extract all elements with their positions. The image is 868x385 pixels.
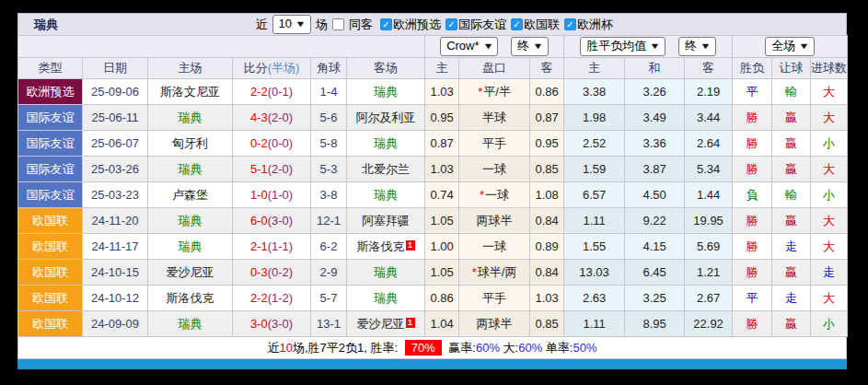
match-type-badge: 欧洲预选 — [18, 79, 83, 105]
home-team-cell: 爱沙尼亚 — [148, 260, 233, 286]
goals-result-text: 小 — [823, 317, 835, 331]
goals-result-text: 大 — [823, 214, 835, 228]
halftime-score: (1-1) — [268, 239, 293, 253]
match-date: 25-09-06 — [83, 79, 148, 105]
avg-value: 1.59 — [583, 162, 606, 176]
halftime-score: (1-0) — [268, 188, 293, 202]
avg-draw-odds: 3.36 — [625, 131, 685, 157]
date-text: 24-11-20 — [91, 214, 138, 228]
away-team-name: 爱沙尼亚 — [357, 317, 405, 331]
bottom-accent-bar — [17, 359, 847, 369]
home-team-name: 斯洛伐克 — [167, 291, 214, 305]
column-header-label: 角球 — [317, 61, 341, 75]
filter-item[interactable]: ✓欧洲杯 — [564, 17, 613, 33]
avg-value: 3.38 — [583, 85, 606, 99]
away-team-cell: 瑞典 — [347, 131, 425, 157]
handicap-final-select[interactable]: 终 ▼ — [511, 37, 549, 55]
chevron-down-icon: ▼ — [650, 41, 661, 52]
bookmaker-select[interactable]: Crow* ▼ — [440, 37, 498, 55]
column-header: 客场 — [347, 58, 425, 79]
avg-final-select[interactable]: 终 ▼ — [678, 37, 716, 55]
avg-odds-select[interactable]: 胜平负均值 ▼ — [580, 37, 665, 55]
match-type-badge: 国际友谊 — [18, 105, 83, 131]
summary-segment: 10 — [279, 341, 292, 355]
away-team-cell: 爱沙尼亚1 — [347, 311, 425, 337]
filter-label: 欧洲预选 — [393, 17, 441, 33]
home-team-cell: 卢森堡 — [148, 182, 233, 208]
away-team-cell: 瑞典 — [347, 182, 425, 208]
table-row: 欧国联24-09-09瑞典3-0(3-0)13-1爱沙尼亚11.04两球半0.8… — [18, 311, 848, 337]
handicap-home-odds: 1.03 — [425, 157, 459, 182]
handicap-result-cell: 贏 — [772, 131, 811, 157]
bookmaker-value: Crow* — [446, 39, 479, 53]
recent-count-select[interactable]: 10 ▼ — [272, 15, 311, 33]
checkbox-icon[interactable]: ✓ — [380, 18, 392, 30]
checkbox-icon[interactable]: ✓ — [564, 18, 576, 30]
handicap-home-odds: 1.05 — [425, 208, 459, 234]
toolbar: 瑞典 近 10 ▼ 场 同客 ✓欧洲预选✓国际友谊✓欧国联✓欧洲杯 — [17, 13, 847, 35]
match-type-badge: 欧国联 — [18, 260, 83, 286]
filter-item[interactable]: ✓国际友谊 — [446, 17, 506, 33]
goals-result-text: 大 — [823, 239, 835, 253]
table-row: 国际友谊25-03-23卢森堡1-0(1-0)3-8瑞典0.74*一球1.086… — [18, 182, 848, 208]
filter-item[interactable]: ✓欧国联 — [511, 17, 560, 33]
odds-value: 0.95 — [535, 136, 558, 150]
result-cell: 勝 — [733, 311, 772, 337]
goals-result-cell: 大 — [811, 157, 848, 182]
corners-cell: 2-9 — [311, 260, 347, 286]
avg-home-odds: 1.11 — [564, 208, 625, 234]
same-away-checkbox[interactable] — [332, 18, 344, 30]
result-cell: 負 — [733, 182, 772, 208]
avg-value: 2.19 — [697, 85, 720, 99]
summary-segment: 60% — [518, 341, 542, 355]
score-cell: 2-2(1-2) — [233, 286, 311, 311]
fulltime-score: 2-2 — [250, 85, 268, 99]
avg-value: 4.50 — [642, 188, 665, 202]
avg-value: 5.34 — [697, 162, 720, 176]
avg-value: 22.92 — [693, 317, 723, 331]
avg-value: 1.55 — [583, 239, 606, 253]
away-sup-badge: 1 — [406, 240, 415, 251]
corners-value: 3-8 — [320, 188, 338, 202]
goals-result-cell: 大 — [811, 208, 848, 234]
handicap-result-cell: 贏 — [772, 105, 811, 131]
match-date: 24-10-12 — [83, 286, 148, 311]
handicap-line-cell: 一球 — [459, 157, 530, 182]
column-header: 日期 — [83, 58, 148, 79]
result-text: 負 — [746, 188, 758, 202]
home-team-cell: 瑞典 — [148, 311, 233, 337]
result-text: 勝 — [746, 317, 758, 331]
avg-draw-odds: 6.45 — [625, 260, 685, 286]
score-cell: 0-2(0-0) — [233, 131, 311, 157]
match-type-label: 欧洲预选 — [27, 85, 75, 99]
filter-label: 欧洲杯 — [577, 17, 613, 33]
corners-value: 12-1 — [317, 214, 341, 228]
handicap-result-cell: 走 — [772, 286, 811, 311]
result-text: 勝 — [746, 136, 758, 150]
handicap-home-odds: 1.04 — [425, 311, 459, 337]
table-body: 欧洲预选25-09-06斯洛文尼亚2-2(0-1)1-4瑞典1.03*平/半0.… — [18, 79, 848, 337]
avg-value: 3.36 — [642, 136, 665, 150]
avg-value: 3.25 — [642, 291, 665, 305]
checkbox-icon[interactable]: ✓ — [511, 18, 523, 30]
date-text: 25-06-07 — [91, 136, 139, 150]
scope-select[interactable]: 全场 ▼ — [765, 37, 815, 55]
scope-selector-cell: 全场 ▼ — [733, 36, 848, 58]
avg-value: 3.49 — [642, 111, 665, 124]
column-header: 主场 — [148, 58, 233, 79]
result-cell: 勝 — [733, 208, 772, 234]
goals-result-cell: 大 — [811, 286, 848, 311]
corners-value: 5-7 — [320, 291, 338, 305]
score-cell: 1-0(1-0) — [233, 182, 311, 208]
handicap-result-text: 贏 — [785, 111, 797, 124]
match-type-label: 国际友谊 — [27, 111, 75, 124]
avg-home-odds: 2.63 — [564, 286, 625, 311]
filter-item[interactable]: ✓欧洲预选 — [380, 17, 441, 33]
checkbox-icon[interactable]: ✓ — [446, 18, 457, 30]
result-cell: 勝 — [733, 260, 772, 286]
avg-home-odds: 1.98 — [564, 105, 625, 131]
avg-draw-odds: 8.95 — [625, 311, 685, 337]
home-team-name: 瑞典 — [179, 111, 203, 124]
column-header-label: 主 — [436, 61, 448, 75]
column-header-label: 日期 — [103, 61, 127, 75]
